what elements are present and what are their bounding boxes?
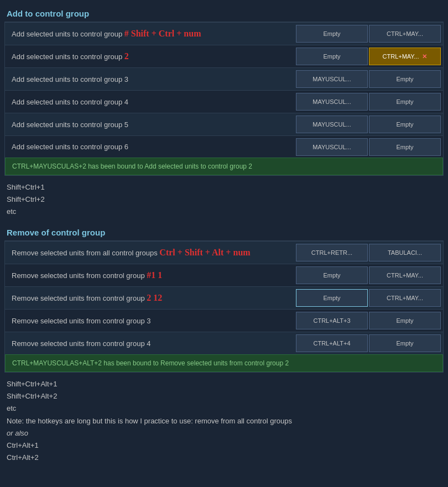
add-section-title: Add to control group [0, 4, 448, 22]
action-label: Add selected units to control group 6 [5, 139, 294, 154]
key-buttons: CTRL+ALT+3 Empty [294, 310, 443, 332]
remove-keybind-table: Remove selected units from all control g… [4, 240, 444, 373]
key-button-1[interactable]: CTRL+ALT+4 [296, 334, 368, 352]
table-row: Remove selected units from control group… [5, 286, 443, 309]
remove-notification-bar: CTRL+MAYUSCULAS+ALT+2 has been bound to … [5, 354, 443, 372]
key-button-2[interactable]: Empty [369, 138, 441, 156]
note-line: Shift+Ctrl+2 [7, 193, 441, 206]
key-button-2-highlighted[interactable]: CTRL+MAY... ✕ [369, 48, 441, 65]
key-buttons: Empty CTRL+MAY... [294, 287, 443, 309]
key-buttons: MAYUSCUL... Empty [294, 68, 443, 90]
action-label: Remove selected units from control group… [5, 267, 294, 284]
action-label: Add selected units to control group 3 [5, 72, 294, 87]
notification-bar: CTRL+MAYUSCULAS+2 has been bound to Add … [5, 158, 443, 175]
key-button-1[interactable]: MAYUSCUL... [296, 138, 368, 156]
action-label: Remove selected units from control group… [5, 313, 294, 328]
remove-notes: Shift+Ctrl+Alt+1 Shift+Ctrl+Alt+2 etc No… [0, 373, 448, 469]
table-row: Add selected units to control group 3 MA… [5, 67, 443, 90]
action-label: Add selected units to control group # Sh… [5, 25, 294, 42]
action-label: Add selected units to control group 5 [5, 117, 294, 132]
key-buttons: Empty CTRL+MAY... [294, 23, 443, 45]
key-buttons: CTRL+RETR... TABULACI... [294, 242, 443, 264]
note-line: Ctrl+Alt+1 [7, 439, 441, 452]
action-label: Add selected units to control group 2 [5, 48, 294, 65]
key-button-1[interactable]: Empty [296, 48, 368, 65]
note-line: Shift+Ctrl+1 [7, 181, 441, 193]
key-buttons: MAYUSCUL... Empty [294, 136, 443, 158]
note-line: Shift+Ctrl+Alt+1 [7, 378, 441, 390]
key-button-2[interactable]: Empty [369, 312, 441, 329]
key-buttons: MAYUSCUL... Empty [294, 91, 443, 113]
note-line: etc [7, 206, 441, 218]
table-row: Add selected units to control group 2 Em… [5, 45, 443, 67]
table-row: Remove selected units from all control g… [5, 241, 443, 264]
key-button-2[interactable]: CTRL+MAY... [369, 25, 441, 43]
key-button-1[interactable]: Empty [296, 266, 368, 284]
note-line: etc [7, 402, 441, 415]
note-line: Ctrl+Alt+2 [7, 452, 441, 464]
note-line: Note: the hotkeys are long but this is h… [7, 415, 441, 427]
key-button-2[interactable]: Empty [369, 334, 441, 352]
key-button-2[interactable]: CTRL+MAY... [369, 266, 441, 284]
key-button-1[interactable]: MAYUSCUL... [296, 70, 368, 88]
note-line: Shift+Ctrl+Alt+2 [7, 390, 441, 402]
add-notes: Shift+Ctrl+1 Shift+Ctrl+2 etc [0, 176, 448, 223]
remove-section-title: Remove of control group [0, 223, 448, 240]
table-row: Remove selected units from control group… [5, 264, 443, 286]
key-button-2[interactable]: TABULACI... [369, 244, 441, 261]
table-row: Add selected units to control group 5 MA… [5, 113, 443, 135]
key-button-2[interactable]: Empty [369, 93, 441, 111]
key-button-2[interactable]: Empty [369, 70, 441, 88]
note-line-italic: or also [7, 427, 441, 439]
close-icon[interactable]: ✕ [422, 53, 427, 60]
table-row: Remove selected units from control group… [5, 332, 443, 354]
table-row: Remove selected units from control group… [5, 309, 443, 332]
key-button-1[interactable]: CTRL+RETR... [296, 244, 368, 261]
table-row: Add selected units to control group # Sh… [5, 22, 443, 45]
action-label: Remove selected units from control group… [5, 290, 294, 306]
action-label: Remove selected units from all control g… [5, 244, 294, 261]
add-keybind-table: Add selected units to control group # Sh… [4, 22, 444, 176]
key-buttons: Empty CTRL+MAY... [294, 264, 443, 286]
remove-control-group-section: Remove of control group Remove selected … [0, 223, 448, 469]
key-button-1[interactable]: CTRL+ALT+3 [296, 312, 368, 329]
key-buttons: Empty CTRL+MAY... ✕ [294, 45, 443, 67]
key-button-1[interactable]: MAYUSCUL... [296, 116, 368, 133]
key-button-1[interactable]: Empty [296, 289, 368, 307]
add-to-control-group-section: Add to control group Add selected units … [0, 4, 448, 223]
table-row: Add selected units to control group 4 MA… [5, 90, 443, 113]
action-label: Remove selected units from control group… [5, 336, 294, 351]
key-button-1[interactable]: MAYUSCUL... [296, 93, 368, 111]
key-button-2[interactable]: Empty [369, 116, 441, 133]
table-row: Add selected units to control group 6 MA… [5, 135, 443, 158]
key-button-1[interactable]: Empty [296, 25, 368, 43]
key-button-2[interactable]: CTRL+MAY... [369, 289, 441, 307]
key-buttons: CTRL+ALT+4 Empty [294, 332, 443, 354]
action-label: Add selected units to control group 4 [5, 95, 294, 109]
key-buttons: MAYUSCUL... Empty [294, 113, 443, 135]
